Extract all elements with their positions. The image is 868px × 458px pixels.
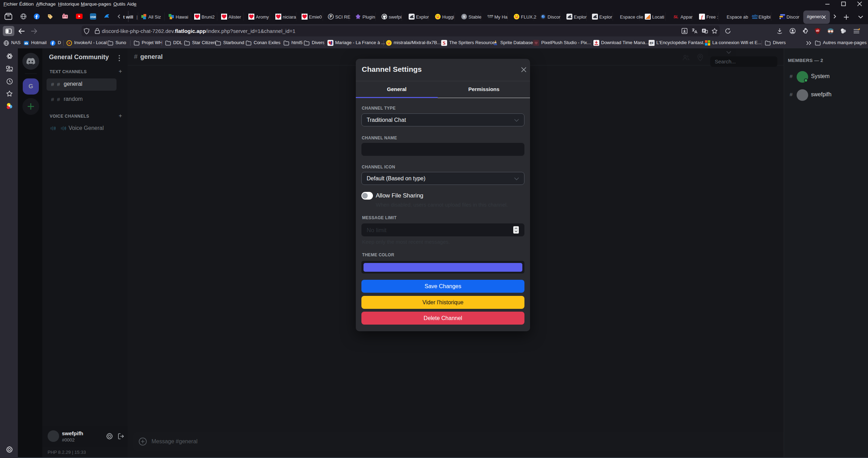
svg-text:S: S (443, 41, 446, 46)
svg-text:EF: EF (650, 41, 654, 45)
svg-text:SL: SL (673, 15, 678, 19)
svg-text:adn: adn (752, 14, 758, 18)
svg-text:DSM: DSM (90, 16, 96, 18)
svg-text:CLOUD: CLOUD (488, 15, 494, 17)
svg-text:S: S (463, 15, 465, 19)
svg-text:uO: uO (816, 29, 819, 32)
svg-text:P: P (330, 15, 332, 19)
